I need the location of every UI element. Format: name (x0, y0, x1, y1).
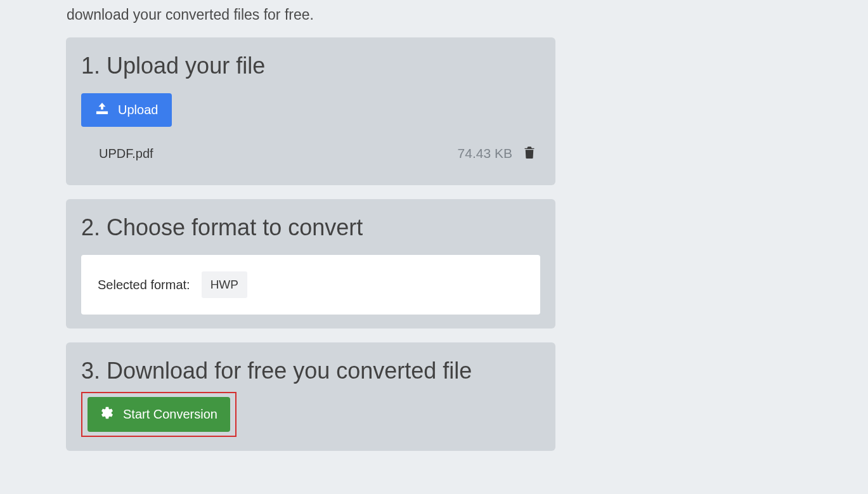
selected-format-label: Selected format: (98, 278, 190, 292)
gear-icon (100, 406, 114, 423)
intro-text: download your converted files for free. (0, 0, 868, 23)
step-upload-card: 1. Upload your file Upload UPDF.pdf 74.4… (66, 37, 555, 185)
step-download-card: 3. Download for free you converted file … (66, 342, 555, 451)
file-size: 74.43 KB (458, 146, 512, 161)
file-right-group: 74.43 KB (458, 146, 535, 161)
format-box: Selected format: HWP (81, 255, 540, 315)
start-conversion-button[interactable]: Start Conversion (87, 397, 230, 432)
upload-icon (95, 102, 109, 118)
start-conversion-label: Start Conversion (123, 407, 217, 422)
step2-heading: 2. Choose format to convert (81, 214, 540, 241)
file-row: UPDF.pdf 74.43 KB (81, 146, 540, 161)
selected-format-value[interactable]: HWP (202, 271, 247, 298)
step3-heading: 3. Download for free you converted file (81, 358, 540, 384)
convert-highlight-box: Start Conversion (81, 392, 236, 437)
file-name: UPDF.pdf (99, 146, 153, 161)
step1-heading: 1. Upload your file (81, 53, 540, 79)
trash-icon[interactable] (524, 146, 535, 161)
upload-button-label: Upload (118, 103, 158, 117)
upload-button[interactable]: Upload (81, 93, 172, 127)
step-format-card: 2. Choose format to convert Selected for… (66, 199, 555, 328)
